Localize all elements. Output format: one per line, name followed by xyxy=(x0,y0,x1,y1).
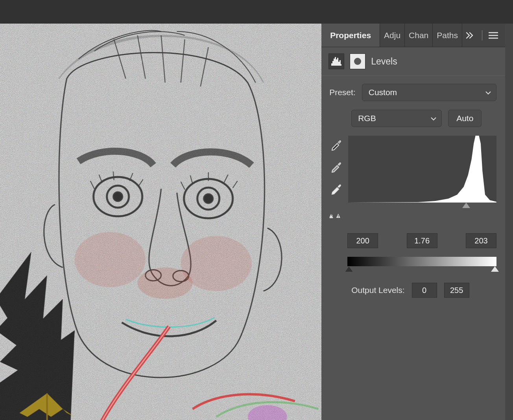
auto-button[interactable]: Auto xyxy=(448,110,482,127)
highlight-input[interactable]: 203 xyxy=(466,233,496,248)
svg-point-5 xyxy=(113,192,123,201)
preset-select[interactable]: Custom xyxy=(362,84,496,101)
gray-point-eyedropper-icon[interactable] xyxy=(329,160,343,173)
svg-point-11 xyxy=(75,232,146,287)
panel-scrollbar[interactable] xyxy=(505,24,513,420)
preset-value: Custom xyxy=(369,88,397,97)
white-point-eyedropper-icon[interactable] xyxy=(329,182,343,195)
panel-menu-icon[interactable] xyxy=(488,30,499,41)
output-high-handle[interactable] xyxy=(491,266,499,272)
tab-channels[interactable]: Chan xyxy=(405,24,433,47)
chevron-down-icon xyxy=(485,88,491,97)
output-slider[interactable] xyxy=(347,266,496,274)
adjustment-header: Levels xyxy=(321,47,505,76)
properties-panel: Properties Adju Chan Paths Levels xyxy=(321,24,505,420)
midtone-slider-handle[interactable] xyxy=(462,203,470,208)
histogram-warning-icon[interactable] xyxy=(329,212,340,223)
tab-paths[interactable]: Paths xyxy=(433,24,462,47)
canvas[interactable] xyxy=(0,24,321,420)
svg-point-8 xyxy=(204,194,213,203)
shadow-input[interactable]: 200 xyxy=(347,233,378,248)
histogram[interactable] xyxy=(348,136,496,203)
canvas-image xyxy=(0,24,321,420)
layer-mask-icon[interactable] xyxy=(350,53,365,69)
midtone-input[interactable]: 1.76 xyxy=(407,233,437,248)
adjustment-title: Levels xyxy=(371,56,397,67)
svg-rect-17 xyxy=(338,215,338,217)
svg-point-16 xyxy=(354,58,361,65)
preset-label: Preset: xyxy=(329,88,356,97)
collapse-panel-icon[interactable] xyxy=(465,30,476,41)
main-area: Properties Adju Chan Paths Levels xyxy=(0,24,513,420)
output-high-input[interactable]: 255 xyxy=(444,283,469,298)
output-gradient[interactable] xyxy=(347,257,496,266)
document-topbar xyxy=(0,0,513,24)
levels-histogram-icon xyxy=(328,53,344,69)
preset-row: Preset: Custom xyxy=(329,84,496,101)
black-point-eyedropper-icon[interactable] xyxy=(329,138,343,151)
svg-point-13 xyxy=(138,267,193,299)
chevron-down-icon xyxy=(430,114,437,123)
output-low-input[interactable]: 0 xyxy=(412,283,437,298)
divider xyxy=(482,30,482,41)
tab-adjustments[interactable]: Adju xyxy=(380,24,405,47)
panel-tabs: Properties Adju Chan Paths xyxy=(321,24,505,47)
svg-rect-18 xyxy=(338,217,338,217)
channel-value: RGB xyxy=(358,114,376,123)
channel-row: RGB Auto xyxy=(329,110,496,127)
input-slider[interactable] xyxy=(348,203,496,210)
channel-select[interactable]: RGB xyxy=(351,110,442,127)
output-low-handle[interactable] xyxy=(345,266,353,272)
tab-properties[interactable]: Properties xyxy=(321,24,380,47)
output-levels-label: Output Levels: xyxy=(351,286,404,295)
